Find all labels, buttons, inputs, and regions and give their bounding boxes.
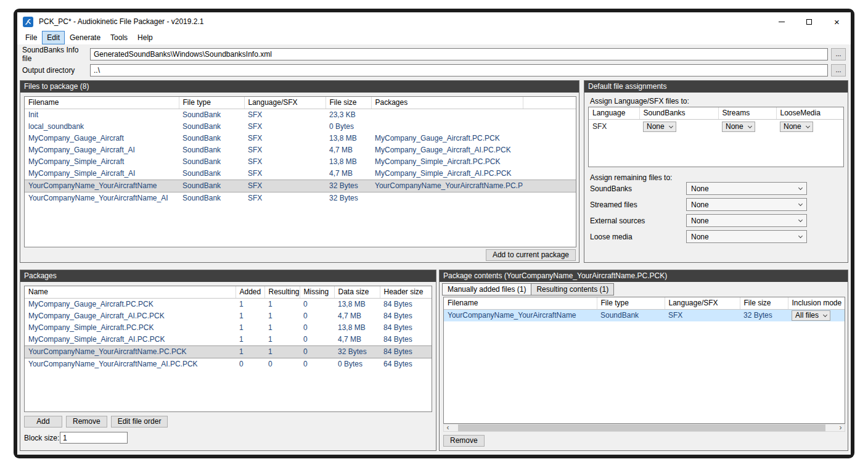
soundbanks-dropdown[interactable]: None	[686, 182, 807, 195]
combo-value: None	[691, 184, 709, 193]
cell-lang: SFX	[244, 133, 326, 144]
streamed-files-dropdown[interactable]: None	[686, 198, 807, 211]
assign-external-sources-row: External sources None	[590, 214, 807, 227]
close-button[interactable]: ×	[823, 12, 851, 31]
table-row[interactable]: YourCompanyName_YourAircraftName.PC.PCK1…	[25, 346, 432, 358]
col-streams[interactable]: Streams	[718, 107, 776, 120]
menu-file[interactable]: File	[20, 31, 42, 44]
table-row[interactable]: MyCompany_Simple_Aircraft.PC.PCK11013,8 …	[25, 322, 432, 334]
minimize-button[interactable]	[768, 12, 795, 31]
soundbanks-label: SoundBanks	[590, 184, 686, 193]
scrollbar-thumb[interactable]	[458, 424, 825, 431]
assign-remaining-label: Assign remaining files to:	[590, 173, 672, 182]
table-row[interactable]: MyCompany_Gauge_Aircraft_AISoundBankSFX4…	[25, 144, 576, 156]
col-packages[interactable]: Packages	[371, 97, 523, 109]
assign-grid-header: Language SoundBanks Streams LooseMedia	[589, 107, 843, 120]
cell-size: 0 Bytes	[326, 121, 371, 133]
col-soundbanks[interactable]: SoundBanks	[639, 107, 718, 120]
external-sources-dropdown[interactable]: None	[686, 214, 807, 227]
remove-content-button[interactable]: Remove	[443, 435, 485, 447]
col-filename[interactable]: Filename	[25, 97, 179, 109]
table-row[interactable]: YourCompanyName_YourAircraftNameSoundBan…	[444, 310, 845, 322]
table-row[interactable]: MyCompany_Gauge_Aircraft.PC.PCK11013,8 M…	[25, 299, 432, 311]
tab-manually-added-files[interactable]: Manually added files (1)	[442, 283, 531, 295]
add-to-current-package-button[interactable]: Add to current package	[486, 249, 576, 261]
menu-tools[interactable]: Tools	[105, 31, 133, 44]
browse-output-button[interactable]: ...	[831, 64, 846, 76]
cell-header_size: 84 Bytes	[380, 346, 432, 358]
table-row[interactable]: local_soundbankSoundBankSFX0 Bytes	[25, 121, 576, 133]
cell-filename: YourCompanyName_YourAircraftName	[444, 310, 597, 322]
col-header-size[interactable]: Header size	[380, 286, 432, 299]
menu-file-label: File	[25, 33, 37, 42]
col-file-type[interactable]: File type	[179, 97, 244, 109]
menu-generate[interactable]: Generate	[65, 31, 105, 44]
table-row[interactable]: MyCompany_Simple_Aircraft_AI.PC.PCK1104,…	[25, 334, 432, 346]
menu-edit-label: Edit	[47, 33, 60, 42]
package-contents-panel: Package contents (YourCompanyName_YourAi…	[439, 270, 848, 451]
assignments-panel-title: Default file assignments	[584, 81, 848, 93]
edit-file-order-button[interactable]: Edit file order	[111, 416, 168, 428]
scroll-right-icon[interactable]: ›	[837, 424, 845, 431]
col-language[interactable]: Language/SFX	[665, 297, 740, 310]
cell-resulting: 1	[264, 310, 300, 322]
table-row[interactable]: SFXNoneNoneNone	[589, 120, 843, 134]
soundbanks-info-row: SoundBanks Info file ...	[22, 48, 846, 60]
col-inclusion-mode[interactable]: Inclusion mode	[788, 297, 845, 310]
output-directory-input[interactable]	[90, 64, 828, 76]
table-row[interactable]: YourCompanyName_YourAircraftName_AI.PC.P…	[25, 358, 432, 371]
cell-packages	[371, 192, 523, 205]
maximize-button[interactable]	[795, 12, 823, 31]
block-size-input[interactable]	[60, 432, 128, 444]
col-filename[interactable]: Filename	[444, 297, 597, 310]
cell-filename: MyCompany_Simple_Aircraft_AI	[25, 168, 179, 180]
cell-filename: MyCompany_Gauge_Aircraft	[25, 133, 179, 144]
loose-media-dropdown[interactable]: None	[686, 230, 807, 243]
col-file-size[interactable]: File size	[326, 97, 371, 109]
table-row[interactable]: MyCompany_Gauge_AircraftSoundBankSFX13,8…	[25, 133, 576, 144]
col-file-type[interactable]: File type	[597, 297, 665, 310]
cell-lang: SFX	[244, 109, 326, 122]
col-file-size[interactable]: File size	[740, 297, 788, 310]
col-missing[interactable]: Missing	[300, 286, 334, 299]
scroll-left-icon[interactable]: ‹	[444, 424, 452, 431]
chevron-down-icon	[798, 217, 803, 221]
col-resulting[interactable]: Resulting	[264, 286, 300, 299]
tab-resulting-contents[interactable]: Resulting contents (1)	[531, 283, 614, 295]
horizontal-scrollbar[interactable]: ‹ ›	[443, 424, 845, 432]
col-loosemedia[interactable]: LooseMedia	[776, 107, 843, 120]
cell-missing: 0	[300, 334, 334, 346]
table-row[interactable]: InitSoundBankSFX23,3 KB	[25, 109, 576, 122]
cell-resulting: 1	[264, 322, 300, 334]
table-row[interactable]: MyCompany_Simple_Aircraft_AISoundBankSFX…	[25, 168, 576, 180]
browse-soundbanks-button[interactable]: ...	[831, 48, 846, 60]
cell-header_size: 84 Bytes	[380, 322, 432, 334]
col-added[interactable]: Added	[235, 286, 264, 299]
scrollbar-track[interactable]	[452, 424, 837, 431]
table-row[interactable]: YourCompanyName_YourAircraftName_AISound…	[25, 192, 576, 205]
inclusion-dropdown[interactable]: All files	[792, 310, 830, 321]
loosemedia-dropdown[interactable]: None	[780, 122, 813, 132]
title-bar: PCK_PC* - Audiokinetic File Packager - v…	[17, 12, 851, 31]
soundbanks-dropdown[interactable]: None	[643, 122, 676, 132]
contents-tabs: Manually added files (1) Resulting conte…	[442, 283, 614, 295]
cell-added: 1	[235, 334, 264, 346]
table-row[interactable]: MyCompany_Simple_AircraftSoundBankSFX13,…	[25, 156, 576, 168]
col-data-size[interactable]: Data size	[334, 286, 380, 299]
menu-help[interactable]: Help	[133, 31, 158, 44]
files-table-header: Filename File type Language/SFX File siz…	[25, 97, 576, 109]
col-language[interactable]: Language/SFX	[244, 97, 326, 109]
add-package-button[interactable]: Add	[24, 416, 62, 428]
cell-data_size: 13,8 MB	[334, 322, 380, 334]
table-row[interactable]: MyCompany_Gauge_Aircraft_AI.PC.PCK1104,7…	[25, 310, 432, 322]
app-icon-glyph	[25, 19, 31, 25]
remove-package-button[interactable]: Remove	[66, 416, 107, 428]
menu-edit[interactable]: Edit	[42, 31, 65, 44]
table-row[interactable]: YourCompanyName_YourAircraftNameSoundBan…	[25, 180, 576, 192]
assign-soundbanks-row: SoundBanks None	[590, 182, 807, 195]
col-language[interactable]: Language	[589, 107, 639, 120]
cell-size: 23,3 KB	[326, 109, 371, 122]
col-name[interactable]: Name	[25, 286, 235, 299]
streams-dropdown[interactable]: None	[722, 122, 755, 132]
soundbanks-info-input[interactable]	[90, 48, 828, 60]
